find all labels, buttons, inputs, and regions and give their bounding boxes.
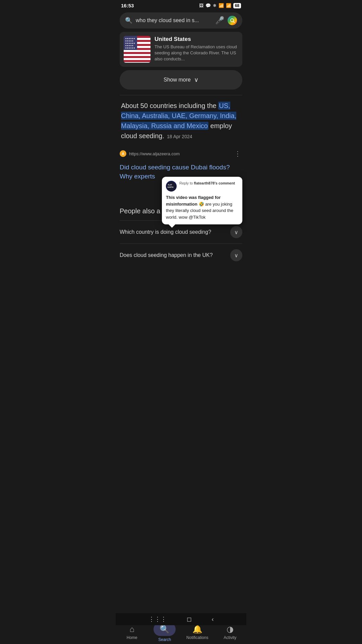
snippet-text1: About 50 countries including the bbox=[121, 102, 218, 109]
divider bbox=[120, 95, 242, 95]
faq-item-2[interactable]: Does cloud seeding happen in the UK? ∨ bbox=[120, 244, 242, 267]
country-name: United States bbox=[155, 36, 238, 43]
snowflake-icon: ❄ bbox=[213, 3, 217, 8]
us-flag-card[interactable]: ★★★★★★ ★★★★★ ★★★★★★ ★★★★★ ★★★★★★ United … bbox=[120, 32, 242, 67]
tiktok-popup: FLAT EARTH Reply to flatearth878's comme… bbox=[162, 177, 242, 224]
svg-text:EARTH: EARTH bbox=[168, 186, 174, 188]
voice-search-icon[interactable]: 🎤 bbox=[215, 16, 224, 25]
status-time: 16:53 bbox=[121, 3, 134, 8]
svg-text:★★★★★★: ★★★★★★ bbox=[125, 38, 135, 40]
faq-question-1: Which country is doing cloud seeding? bbox=[120, 229, 230, 235]
main-snippet: About 50 countries including the US, Chi… bbox=[120, 101, 242, 141]
snippet-text: About 50 countries including the US, Chi… bbox=[121, 101, 241, 141]
us-flag-image: ★★★★★★ ★★★★★ ★★★★★★ ★★★★★ ★★★★★★ bbox=[124, 36, 150, 63]
country-description: The US Bureau of Reclamation uses cloud … bbox=[155, 44, 238, 62]
svg-line-1 bbox=[233, 21, 235, 23]
source-info[interactable]: A https://www.aljazeera.com bbox=[120, 150, 180, 157]
popup-reply-label: Reply to flatearth878's comment bbox=[179, 181, 235, 185]
chevron-down-icon: ∨ bbox=[194, 76, 198, 84]
whatsapp-icon: 💬 bbox=[205, 3, 211, 8]
svg-text:★★★★★: ★★★★★ bbox=[125, 45, 133, 47]
search-bar[interactable]: 🔍 who they cloud seed in s... 🎤 bbox=[120, 12, 242, 29]
svg-text:★★★★★★: ★★★★★★ bbox=[125, 42, 135, 44]
show-more-button[interactable]: Show more ∨ bbox=[120, 70, 242, 90]
svg-text:FLAT: FLAT bbox=[168, 184, 172, 186]
us-flag-info: United States The US Bureau of Reclamati… bbox=[155, 36, 238, 63]
snippet-date: 18 Apr 2024 bbox=[167, 134, 192, 139]
gallery-icon: 🖼 bbox=[199, 3, 203, 8]
status-icons: 🖼 💬 ❄ 📶 📶 68 bbox=[199, 3, 241, 8]
popup-tail bbox=[169, 224, 175, 228]
search-query: who they cloud seed in s... bbox=[136, 17, 212, 23]
popup-header: FLAT EARTH Reply to flatearth878's comme… bbox=[166, 181, 238, 192]
wifi-icon: 📶 bbox=[219, 3, 224, 8]
show-more-label: Show more bbox=[164, 77, 191, 83]
search-icon: 🔍 bbox=[125, 17, 132, 24]
google-lens-icon[interactable] bbox=[228, 16, 237, 25]
expand-faq-1-button[interactable]: ∨ bbox=[230, 226, 242, 238]
status-bar: 16:53 🖼 💬 ❄ 📶 📶 68 bbox=[116, 0, 246, 10]
section-title: People also a bbox=[120, 207, 160, 215]
source-favicon: A bbox=[120, 150, 126, 157]
expand-faq-2-button[interactable]: ∨ bbox=[230, 249, 242, 261]
popup-wrapper: ⚑ Feedback FLAT EARTH Reply to flatearth… bbox=[120, 183, 242, 192]
svg-text:★★★★★★: ★★★★★★ bbox=[125, 47, 135, 49]
source-row: A https://www.aljazeera.com ⋮ bbox=[120, 146, 242, 161]
source-url: https://www.aljazeera.com bbox=[129, 151, 180, 156]
svg-text:★★★★★: ★★★★★ bbox=[125, 40, 133, 42]
popup-avatar: FLAT EARTH bbox=[166, 181, 177, 192]
battery-level: 68 bbox=[233, 3, 241, 8]
faq-question-2: Does cloud seeding happen in the UK? bbox=[120, 252, 230, 258]
signal-icon: 📶 bbox=[226, 3, 231, 8]
popup-body: This video was flagged for misinformatio… bbox=[166, 194, 238, 220]
more-options-button[interactable]: ⋮ bbox=[233, 148, 242, 159]
